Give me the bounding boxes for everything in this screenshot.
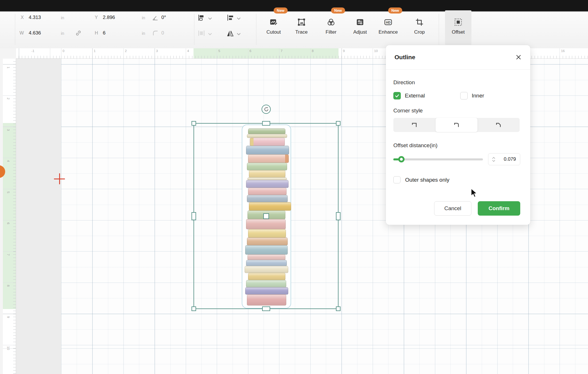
cutout-button[interactable]: New Cutout [260,10,287,45]
stepper-arrows[interactable] [488,157,495,162]
external-checkbox[interactable] [393,92,401,99]
close-icon[interactable] [515,54,522,60]
adjust-label: Adjust [353,29,367,35]
w-value[interactable]: 4.636 [29,30,41,36]
w-label: W [20,30,24,36]
trace-button[interactable]: Trace [288,10,315,45]
offset-label: Offset [452,29,465,35]
new-badge: New [388,7,402,14]
v-ruler-ticks [13,59,16,374]
adjust-button[interactable]: Adjust [347,10,373,45]
rotate-handle[interactable] [262,105,271,114]
v-ruler-number: 8 [7,284,10,288]
flip-horizontal-icon [226,29,234,38]
offset-slider-thumb[interactable] [398,156,405,162]
trace-label: Trace [295,29,308,35]
filter-label: Filter [326,29,336,35]
v-ruler-number: 1 [7,66,10,70]
distribute-icon [198,29,205,38]
v-ruler-number: 6 [7,221,10,225]
app-window: X 4.313 in Y 2.896 in 0° W 4.636 in H 6 … [0,0,588,374]
h-ruler-number: 9 [343,49,345,53]
corner-chamfer-option[interactable] [477,118,520,132]
distribute-dropdown[interactable] [198,29,212,38]
enhance-button[interactable]: New HD Enhance [375,10,401,45]
external-option[interactable]: External [393,92,425,99]
h-ruler-number: -1 [32,49,34,53]
corner-sharp-option[interactable] [393,118,436,132]
resize-handle-bottom[interactable] [262,306,270,311]
chevron-down-icon [237,16,241,21]
center-handle[interactable] [263,213,269,219]
v-ruler-number: 2 [7,97,10,101]
offset-button[interactable]: Offset [445,10,471,45]
inner-label: Inner [472,93,484,99]
corner-round-option[interactable] [436,118,478,132]
x-unit: in [61,15,64,20]
dialog-body: Direction External Inner Corner style [386,70,530,225]
svg-text:HD: HD [386,21,390,24]
h-value[interactable]: 6 [103,30,105,36]
align-left-icon [226,14,234,23]
separator [194,14,194,45]
filter-icon [327,18,335,26]
h-ruler-number: 7 [281,49,283,53]
offset-value-input[interactable] [495,156,520,162]
resize-handle-top-left[interactable] [192,121,196,126]
corner-radius-value[interactable]: 0 [161,30,164,36]
direction-label: Direction [393,70,522,86]
chevron-down-icon [208,16,212,21]
vertical-ruler: 1234567891011 [3,59,16,374]
corner-radius-icon [152,30,158,37]
align-dropdown[interactable] [226,14,241,23]
corner-style-segmented-control [393,118,520,132]
crop-button[interactable]: Crop [406,10,433,45]
chevron-down-icon [237,31,241,37]
v-ruler-number: 9 [7,315,10,319]
titlebar [0,0,588,11]
rotation-value[interactable]: 0° [161,15,166,20]
confirm-button[interactable]: Confirm [478,201,520,216]
enhance-hd-icon: HD [384,18,392,26]
chevron-down-icon [208,31,212,37]
h-ruler-number: 0 [63,49,64,53]
filter-button[interactable]: New Filter [318,10,344,45]
trace-icon [297,18,306,26]
h-ruler-number: 6 [249,49,251,53]
outer-shapes-checkbox[interactable] [393,176,401,183]
mouse-cursor [470,188,479,199]
resize-handle-top-right[interactable] [336,121,341,126]
v-ruler-number: 10 [7,346,10,350]
inner-option[interactable]: Inner [460,92,484,99]
rotation-angle-icon [152,14,158,22]
resize-handle-left[interactable] [192,212,196,220]
h-ruler-number: 16 [561,49,565,53]
h-ruler-number: 8 [312,49,314,53]
x-value[interactable]: 4.313 [29,15,41,20]
resize-handle-bottom-left[interactable] [192,306,196,311]
v-ruler-number: 5 [7,190,10,194]
outer-shapes-label: Outer shapes only [405,177,449,183]
v-ruler-number: 4 [7,159,10,163]
inner-checkbox[interactable] [460,92,468,99]
h-ruler-number: 3 [156,49,158,53]
flip-dropdown[interactable] [226,29,241,38]
resize-handle-bottom-right[interactable] [336,306,341,311]
h-ruler-number: 4 [187,49,189,53]
cancel-button[interactable]: Cancel [434,201,471,216]
resize-handle-right[interactable] [336,212,341,220]
separator [256,14,256,45]
h-ruler-number: 5 [218,49,220,53]
arrange-dropdown[interactable] [198,14,212,23]
new-badge: New [331,7,345,14]
lock-ratio-link-icon[interactable] [75,30,82,37]
y-label: Y [95,15,98,20]
h-ruler-number: 2 [125,49,127,53]
y-value[interactable]: 2.896 [103,15,115,20]
resize-handle-top[interactable] [262,121,270,126]
v-ruler-number: 7 [7,253,10,257]
offset-slider-track[interactable] [393,158,483,160]
separator [15,14,15,45]
direction-options: External Inner [393,92,522,100]
outer-shapes-row[interactable]: Outer shapes only [393,176,522,183]
